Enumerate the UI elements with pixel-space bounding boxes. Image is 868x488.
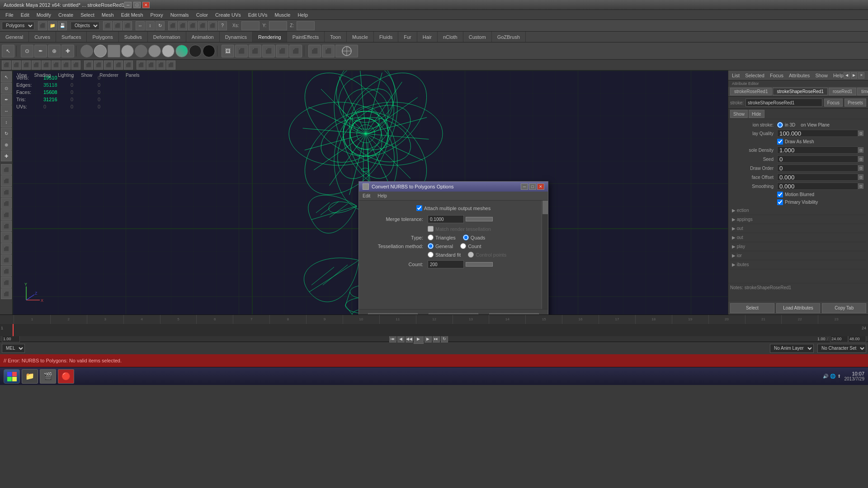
section-ibutes[interactable]: ▶ ibutes — [730, 260, 866, 269]
menu-file[interactable]: File — [2, 11, 17, 19]
node-tab-stroke[interactable]: strokeRoseRed1 — [730, 88, 772, 95]
mode-dropdown[interactable]: Polygons — [2, 22, 34, 30]
icon-render1[interactable]: 🖼 — [222, 45, 234, 57]
type-quads-label[interactable]: Quads — [463, 235, 485, 240]
menu-modify[interactable]: Modify — [33, 11, 55, 19]
type-triangles-label[interactable]: Triangles — [428, 235, 456, 240]
tool-2[interactable]: ⊙ — [1, 83, 12, 94]
menu-edit-uvs[interactable]: Edit UVs — [245, 11, 271, 19]
tool-11[interactable]: ⬛ — [1, 187, 12, 197]
tool-6[interactable]: ↻ — [1, 128, 12, 139]
motion-blur-label[interactable]: Motion Blurred — [777, 192, 814, 197]
menu-proxy[interactable]: Proxy — [147, 11, 167, 19]
char-set-dropdown[interactable]: No Character Set — [817, 344, 866, 353]
sd-slider-btn[interactable]: ⊡ — [858, 147, 863, 153]
tab-rendering[interactable]: Rendering — [253, 32, 287, 42]
dq-slider-btn[interactable]: ⊡ — [858, 131, 863, 136]
toolbar-y[interactable] — [269, 21, 287, 30]
sm-input[interactable]: 0.000 — [777, 183, 858, 190]
start-button[interactable] — [4, 369, 20, 384]
icon-smooth[interactable] — [121, 45, 134, 57]
tb2-btn16[interactable]: ⬛ — [156, 61, 165, 70]
close-button-dialog[interactable]: Close — [489, 313, 539, 314]
vp-menu-shading[interactable]: Shading — [32, 72, 54, 79]
attr-tab-selected[interactable]: Selected — [745, 73, 764, 78]
menu-edit[interactable]: Edit — [17, 11, 33, 19]
menu-create[interactable]: Create — [55, 11, 77, 19]
taskbar-file-explorer[interactable]: 📁 — [22, 369, 38, 384]
show-button[interactable]: Show — [730, 110, 748, 118]
tess-general-radio[interactable] — [428, 243, 434, 249]
section-ection[interactable]: ▶ ection — [730, 206, 866, 215]
script-type-dropdown[interactable]: MEL — [2, 344, 25, 353]
tab-fur[interactable]: Fur — [398, 32, 417, 42]
tess-standard-label[interactable]: Standard fit — [428, 252, 461, 258]
section-appings[interactable]: ▶ appings — [730, 215, 866, 224]
attr-panel-close[interactable]: ✕ — [858, 72, 864, 79]
tb2-btn1[interactable]: ⬛ — [2, 61, 11, 70]
anim-layer-dropdown[interactable]: No Anim Layer — [770, 344, 814, 353]
icon-poly-sphere[interactable] — [135, 45, 147, 57]
toolbar-transform1[interactable]: ↔ — [136, 21, 145, 30]
node-tab-rosered[interactable]: roseRed1 — [829, 88, 856, 95]
attr-tab-focus[interactable]: Focus — [770, 73, 783, 78]
range-end-input[interactable] — [830, 335, 848, 343]
toolbar-transform2[interactable]: ↕ — [146, 21, 155, 30]
tab-deformation[interactable]: Deformation — [148, 32, 186, 42]
merge-tolerance-input[interactable]: 0.1000 — [428, 215, 464, 223]
fo-input[interactable]: 0.000 — [777, 174, 858, 181]
tb2-btn11[interactable]: ⬛ — [104, 61, 113, 70]
draw-mesh-label[interactable]: Draw As Mesh — [777, 139, 814, 145]
viewport[interactable]: Verts: 19510 0 0 Edges: 35118 0 0 Faces:… — [13, 70, 728, 314]
toolbar-icon6[interactable]: ? — [218, 21, 227, 30]
tb2-btn12[interactable]: ⬛ — [114, 61, 123, 70]
dialog-close[interactable]: ✕ — [537, 183, 544, 190]
dialog-scrollbar[interactable] — [542, 201, 548, 309]
hide-button[interactable]: Hide — [749, 110, 764, 118]
do-input[interactable]: 0 — [777, 164, 858, 172]
play-back[interactable]: ◀◀ — [406, 335, 413, 343]
vp-menu-lighting[interactable]: Lighting — [55, 72, 76, 79]
attr-panel-btn1[interactable]: ◀ — [844, 72, 850, 79]
draw-mesh-checkbox[interactable] — [777, 139, 783, 145]
icon-misc2[interactable]: ⬛ — [322, 45, 335, 57]
close-button[interactable]: ✕ — [142, 2, 150, 8]
icon-render4[interactable]: ⬛ — [262, 45, 275, 57]
icon-render6[interactable]: ⬛ — [289, 45, 302, 57]
icon-flat[interactable] — [108, 45, 120, 57]
icon-move[interactable]: ✚ — [61, 45, 74, 57]
tab-curves[interactable]: Curves — [29, 32, 56, 42]
tool-16[interactable]: ⬛ — [1, 243, 12, 254]
select-button[interactable]: Select — [730, 303, 774, 313]
tab-fluids[interactable]: Fluids — [374, 32, 398, 42]
attr-tab-help[interactable]: Help — [833, 73, 844, 78]
load-attrs-button[interactable]: Load Attributes — [776, 303, 821, 313]
toolbar-icon1[interactable]: ⬛ — [168, 21, 177, 30]
toolbar-xs[interactable] — [241, 21, 259, 30]
minimize-button[interactable]: ─ — [124, 2, 132, 8]
copy-tab-button[interactable]: Copy Tab — [822, 303, 866, 313]
tool-18[interactable]: ⬛ — [1, 266, 12, 277]
toolbar-z[interactable] — [297, 21, 315, 30]
attach-meshes-checkbox-label[interactable]: Attach multiple output meshes — [416, 205, 491, 211]
fo-slider-btn[interactable]: ⊡ — [858, 174, 863, 180]
tool-14[interactable]: ⬛ — [1, 221, 12, 231]
tab-animation[interactable]: Animation — [186, 32, 220, 42]
icon-misc1[interactable]: ⬛ — [308, 45, 321, 57]
node-tab-strokeshape[interactable]: strokeShapeRoseRed1 — [773, 88, 827, 95]
tool-12[interactable]: ⬛ — [1, 198, 12, 209]
tool-10[interactable]: ⬛ — [1, 175, 12, 186]
loop-btn[interactable]: ↻ — [441, 335, 448, 343]
section-ior[interactable]: ▶ ior — [730, 251, 866, 260]
attr-tab-show[interactable]: Show — [815, 73, 828, 78]
toolbar-transform3[interactable]: ↻ — [156, 21, 165, 30]
play-end[interactable]: ⏭ — [433, 335, 440, 343]
lasso-tool[interactable]: ⊙ — [21, 45, 33, 57]
attr-panel-btn2[interactable]: ▶ — [851, 72, 857, 79]
attach-meshes-checkbox[interactable] — [416, 205, 422, 211]
icon-render3[interactable]: ⬛ — [249, 45, 261, 57]
tool-3[interactable]: ✒ — [1, 94, 12, 105]
section-out2[interactable]: ▶ out — [730, 233, 866, 242]
type-triangles-radio[interactable] — [428, 235, 434, 240]
seed-slider-btn[interactable]: ⊡ — [858, 156, 863, 162]
